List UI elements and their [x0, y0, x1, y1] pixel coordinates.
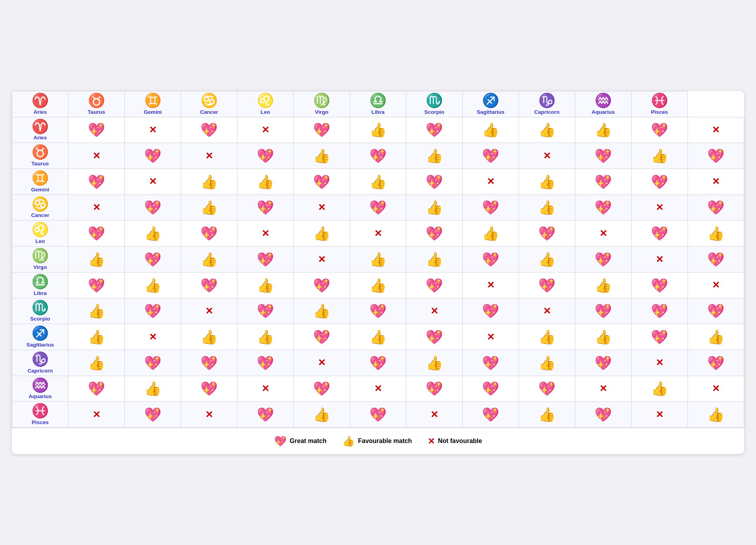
heart-icon: 💖 [462, 143, 519, 169]
compatibility-cell: ✕ [237, 376, 293, 402]
compatibility-cell: ✕ [631, 402, 687, 428]
cross-icon: ✕ [487, 176, 495, 187]
cross-icon: ✕ [318, 254, 326, 265]
thumbs-up-icon: 👍 [687, 402, 744, 428]
table-row: ♒Aquarius💖👍💖✕💖✕💖💖💖✕👍✕ [12, 376, 744, 402]
thumbs-up-icon: 👍 [519, 247, 575, 272]
heart-icon: 💖 [124, 143, 181, 169]
thumbs-up-icon: 👍 [575, 272, 631, 298]
table-row: ♏Scorpio👍💖✕💖👍💖✕💖✕💖💖💖 [12, 298, 744, 324]
cross-icon: ✕ [261, 383, 269, 394]
row-symbol-libra: ♎ [13, 274, 67, 289]
thumbs-up-icon: 👍 [462, 221, 519, 247]
table-row: ♊Gemini💖✕👍👍💖👍💖✕👍💖💖✕ [12, 169, 744, 195]
row-name-cancer: Cancer [31, 212, 49, 218]
cross-icon: ✕ [487, 332, 495, 342]
row-name-aquarius: Aquarius [29, 393, 52, 399]
thumbs-up-icon: 👍 [237, 324, 293, 350]
favourable-label: Favourable match [358, 437, 412, 445]
legend-favourable: 👍 Favourable match [342, 435, 412, 447]
heart-icon: 💖 [631, 272, 687, 298]
thumbs-up-icon: 👍 [124, 221, 181, 247]
row-name-libra: Libra [33, 290, 46, 296]
row-symbol-scorpio: ♏ [13, 300, 67, 315]
cross-icon: ✕ [656, 409, 663, 420]
heart-icon: 💖 [462, 402, 519, 428]
compatibility-cell: ✕ [124, 169, 181, 195]
heart-icon: 💖 [181, 376, 237, 402]
heart-icon: 💖 [575, 350, 631, 376]
legend-bar: 💖 Great match 👍 Favourable match ✕ Not f… [12, 428, 744, 454]
row-name-scorpio: Scorpio [30, 316, 50, 322]
corner-header: ♈ Aries [12, 91, 69, 117]
heart-icon: 💖 [406, 376, 462, 402]
table-row: ♓Pisces✕💖✕💖👍💖✕💖👍💖✕👍 [12, 402, 744, 428]
row-header-aquarius: ♒Aquarius [12, 376, 69, 402]
heart-icon: 💖 [350, 195, 406, 221]
table-row: ♈Aries💖✕💖✕💖👍💖👍👍👍💖✕ [12, 117, 744, 143]
thumbs-up-icon: 👍 [519, 169, 575, 195]
thumbs-up-icon: 👍 [519, 195, 575, 221]
heart-icon: 💖 [68, 272, 124, 298]
row-header-gemini: ♊Gemini [12, 169, 69, 195]
heart-icon: 💖 [237, 247, 293, 272]
cross-icon: ✕ [318, 357, 326, 368]
compatibility-cell: ✕ [519, 298, 575, 324]
compatibility-cell: ✕ [575, 221, 631, 247]
compatibility-cell: ✕ [687, 169, 744, 195]
compatibility-cell: ✕ [575, 376, 631, 402]
col-header-capricorn: ♑Capricorn [519, 91, 575, 117]
col-header-scorpio: ♏Scorpio [406, 91, 462, 117]
aries-corner-name: Aries [33, 109, 47, 115]
thumbs-up-icon: 👍 [631, 376, 687, 402]
compatibility-chart: ♈ Aries ♉Taurus♊Gemini♋Cancer♌Leo♍Virgo♎… [12, 91, 744, 454]
col-header-sagittarius: ♐Sagittarius [462, 91, 519, 117]
row-symbol-taurus: ♉ [13, 145, 67, 160]
thumbs-up-icon: 👍 [68, 247, 124, 272]
cross-icon: ✕ [712, 176, 720, 187]
thumbs-up-icon: 👍 [406, 247, 462, 272]
col-header-cancer: ♋Cancer [181, 91, 237, 117]
compatibility-cell: ✕ [124, 117, 181, 143]
col-name-gemini: Gemini [144, 109, 162, 115]
heart-icon: 💖 [631, 117, 687, 143]
heart-icon: 💖 [631, 169, 687, 195]
compatibility-cell: ✕ [687, 272, 744, 298]
legend-not-favourable: ✕ Not favourable [428, 436, 482, 447]
cross-icon: ✕ [656, 202, 663, 213]
compatibility-cell: ✕ [293, 247, 350, 272]
cross-icon: ✕ [712, 280, 720, 290]
heart-icon: 💖 [687, 350, 744, 376]
thumbs-up-icon: 👍 [519, 402, 575, 428]
col-name-sagittarius: Sagittarius [477, 109, 504, 115]
compatibility-cell: ✕ [631, 350, 687, 376]
heart-icon: 💖 [350, 350, 406, 376]
heart-icon: 💖 [293, 272, 350, 298]
compatibility-cell: ✕ [68, 402, 124, 428]
heart-icon: 💖 [575, 247, 631, 272]
thumbs-up-icon: 👍 [406, 350, 462, 376]
cross-icon: ✕ [149, 176, 157, 187]
table-row: ♍Virgo👍💖👍💖✕👍👍💖👍💖✕💖 [12, 247, 744, 272]
thumbs-up-icon: 👍 [519, 324, 575, 350]
heart-icon: 💖 [68, 117, 124, 143]
row-name-sagittarius: Sagittarius [26, 342, 54, 348]
row-name-taurus: Taurus [32, 161, 49, 167]
thumbs-up-icon: 👍 [350, 272, 406, 298]
cross-icon: ✕ [149, 332, 157, 342]
col-symbol-libra: ♎ [351, 93, 405, 108]
heart-icon: 💖 [237, 195, 293, 221]
col-name-leo: Leo [261, 109, 270, 115]
heart-icon: 💖 [406, 221, 462, 247]
heart-icon: 💖 [462, 376, 519, 402]
cross-icon: ✕ [93, 202, 100, 213]
col-name-taurus: Taurus [88, 109, 105, 115]
favourable-emoji: 👍 [342, 435, 355, 447]
heart-icon: 💖 [293, 324, 350, 350]
thumbs-up-icon: 👍 [687, 324, 744, 350]
heart-icon: 💖 [181, 272, 237, 298]
compatibility-cell: ✕ [68, 195, 124, 221]
heart-icon: 💖 [124, 350, 181, 376]
heart-icon: 💖 [575, 143, 631, 169]
heart-icon: 💖 [575, 402, 631, 428]
